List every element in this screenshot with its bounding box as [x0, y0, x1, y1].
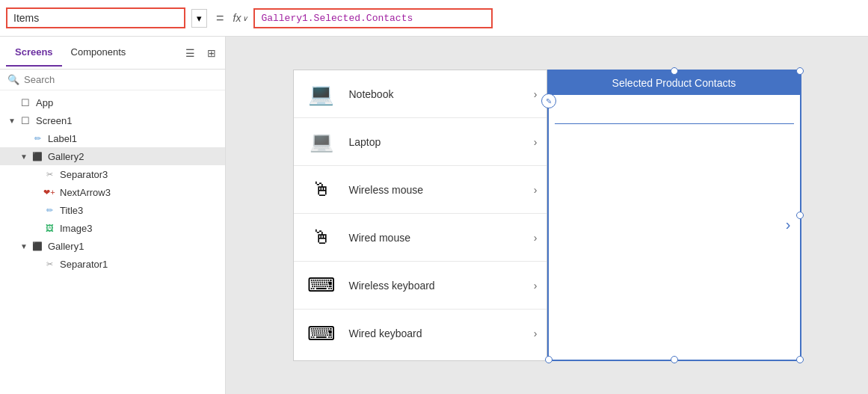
tree-arrow-gallery2: ▼	[18, 153, 30, 161]
selected-panel[interactable]: ✎ Selected Product Contacts	[547, 70, 801, 361]
wmouse-img: 🖱	[303, 175, 340, 205]
tree-label-na3: NextArrow3	[60, 187, 219, 198]
label-icon: ✏	[30, 132, 45, 144]
tree-panel: ☐ App ▼ ☐ Screen1 ✏ Label1 ▼ ⬛	[0, 90, 225, 394]
tree-item-gallery2[interactable]: ▼ ⬛ Gallery2	[0, 147, 225, 165]
selected-divider	[555, 123, 794, 124]
tree-item-app[interactable]: ☐ App	[0, 93, 225, 111]
separator1-icon: ✂	[42, 258, 57, 270]
tree-label-sep3: Separator3	[60, 169, 219, 180]
laptop-label: Laptop	[349, 136, 534, 148]
tree-item-nextarrow3[interactable]: ❤+ NextArrow3	[0, 183, 225, 201]
tree-label-i3: Image3	[60, 223, 219, 234]
tree-item-separator1[interactable]: ✂ Separator1	[0, 255, 225, 273]
laptop-arrow: ›	[534, 136, 538, 148]
gallery-item-laptop[interactable]: 💻 Laptop ›	[294, 118, 547, 166]
notebook-label: Notebook	[349, 88, 534, 100]
selected-panel-wrapper: ✎ Selected Product Contacts	[547, 70, 801, 361]
tree-label-app: App	[36, 97, 219, 108]
handle-top-center[interactable]	[671, 67, 678, 75]
wdkeyboard-arrow: ›	[534, 327, 538, 339]
tab-icons: ☰ ⊞	[182, 46, 219, 61]
wkeyboard-arrow: ›	[534, 280, 538, 292]
gallery-item-wdkeyboard[interactable]: ⌨ Wired keyboard ›	[294, 310, 547, 357]
handle-bot-center[interactable]	[671, 356, 678, 363]
notebook-img: 💻	[303, 79, 340, 109]
wdkeyboard-label: Wired keyboard	[349, 327, 534, 339]
tree-item-screen1[interactable]: ▼ ☐ Screen1	[0, 111, 225, 129]
handle-bot-right[interactable]	[796, 356, 804, 363]
wmouse-label: Wireless mouse	[349, 184, 534, 196]
handle-top-right[interactable]	[796, 67, 804, 75]
title3-icon: ✏	[42, 204, 57, 216]
tree-arrow-screen1: ▼	[6, 117, 18, 125]
tree-item-separator3[interactable]: ✂ Separator3	[0, 165, 225, 183]
tree-arrow-g1: ▼	[18, 242, 30, 250]
tab-screens[interactable]: Screens	[6, 39, 62, 67]
selected-panel-body: ›	[549, 95, 800, 354]
wkeyboard-label: Wireless keyboard	[349, 280, 534, 292]
tree-label-s1: Separator1	[60, 259, 219, 270]
gallery2-icon: ⬛	[30, 150, 45, 162]
wdmouse-arrow: ›	[534, 232, 538, 244]
list-view-icon[interactable]: ☰	[182, 46, 198, 61]
search-input[interactable]	[24, 74, 218, 85]
wkeyboard-img: ⌨	[303, 271, 340, 301]
wmouse-arrow: ›	[534, 184, 538, 196]
tree-item-title3[interactable]: ✏ Title3	[0, 201, 225, 219]
tree-item-label1[interactable]: ✏ Label1	[0, 129, 225, 147]
equals-sign: =	[213, 10, 227, 26]
selected-panel-nav-arrow[interactable]: ›	[786, 216, 791, 233]
wdmouse-img: 🖱	[303, 223, 340, 253]
notebook-arrow: ›	[534, 88, 538, 100]
tabs-bar: Screens Components ☰ ⊞	[0, 37, 225, 70]
tree-item-gallery1[interactable]: ▼ ⬛ Gallery1	[0, 237, 225, 255]
top-bar: ▾ = fx ∨	[0, 0, 868, 37]
gallery-item-wmouse[interactable]: 🖱 Wireless mouse ›	[294, 166, 547, 214]
tree-label-label1: Label1	[48, 133, 219, 144]
separator3-icon: ✂	[42, 168, 57, 180]
gallery-list: 💻 Notebook › 💻 Laptop › 🖱	[293, 70, 547, 361]
tree-label-g1: Gallery1	[48, 241, 219, 252]
formula-input[interactable]	[253, 8, 493, 28]
laptop-img: 💻	[303, 127, 340, 157]
search-icon: 🔍	[7, 74, 19, 85]
canvas-wrapper: 💻 Notebook › 💻 Laptop › 🖱	[293, 70, 801, 361]
gallery1-icon: ⬛	[30, 240, 45, 252]
main-layout: Screens Components ☰ ⊞ 🔍 ☐ App	[0, 37, 868, 394]
handle-bot-left[interactable]	[545, 356, 552, 363]
screen-icon: ☐	[18, 114, 33, 126]
wdmouse-label: Wired mouse	[349, 232, 534, 244]
search-box: 🔍	[0, 70, 225, 90]
tree-label-t3: Title3	[60, 205, 219, 216]
gallery-item-wkeyboard[interactable]: ⌨ Wireless keyboard ›	[294, 262, 547, 310]
items-dropdown[interactable]: ▾	[191, 9, 207, 28]
nextarrow3-icon: ❤+	[42, 186, 57, 198]
gallery-item-notebook[interactable]: 💻 Notebook ›	[294, 70, 547, 118]
left-panel: Screens Components ☰ ⊞ 🔍 ☐ App	[0, 37, 226, 394]
fx-label: fx ∨	[233, 12, 248, 24]
tree-item-image3[interactable]: 🖼 Image3	[0, 219, 225, 237]
gallery-item-wdmouse[interactable]: 🖱 Wired mouse ›	[294, 214, 547, 262]
items-input[interactable]	[6, 7, 185, 28]
tree-label-screen1: Screen1	[36, 115, 219, 126]
image3-icon: 🖼	[42, 222, 57, 234]
wdkeyboard-img: ⌨	[303, 318, 340, 348]
grid-view-icon[interactable]: ⊞	[204, 46, 219, 61]
tab-components[interactable]: Components	[62, 39, 135, 67]
app-icon: ☐	[18, 96, 33, 108]
canvas-area: 💻 Notebook › 💻 Laptop › 🖱	[226, 37, 868, 394]
tree-label-gallery2: Gallery2	[48, 151, 219, 162]
